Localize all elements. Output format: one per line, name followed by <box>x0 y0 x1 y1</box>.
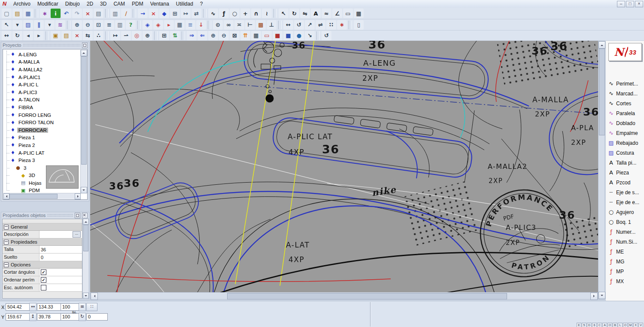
toolbar-button[interactable]: ■ <box>273 31 283 40</box>
toolbar-button[interactable]: i <box>51 9 61 18</box>
property-value-field[interactable]: 36 <box>39 246 82 253</box>
tool-item[interactable]: A Pzcod <box>606 177 644 187</box>
panel-grip[interactable] <box>23 43 80 47</box>
tree-vertical-scrollbar[interactable] <box>80 50 87 193</box>
toolbar-button[interactable]: ⇀ <box>121 31 131 40</box>
list-icon[interactable]: ≡ <box>79 303 86 311</box>
scroll-right-button[interactable] <box>590 293 598 300</box>
collapse-icon[interactable] <box>4 225 9 229</box>
tool-item[interactable]: A Talla pi... <box>606 158 644 168</box>
menu-item[interactable]: Modificar <box>34 0 62 7</box>
tool-item[interactable]: ƒ Numer... <box>606 227 644 237</box>
scale-y-field[interactable]: 100 <box>61 313 80 321</box>
tree-item[interactable]: ♦ A-TALON <box>3 96 81 104</box>
mini-flag[interactable]: C <box>597 323 602 327</box>
tool-item[interactable]: ∿ Marcad... <box>606 89 644 98</box>
toolbar-button[interactable]: ⇄ <box>191 9 201 18</box>
toolbar-button[interactable]: ⇆ <box>83 31 93 40</box>
toolbar-button[interactable]: ⊖ <box>219 31 229 40</box>
mini-flag[interactable]: O <box>623 323 628 327</box>
toolbar-button[interactable]: ● <box>294 31 304 40</box>
toolbar-button[interactable] <box>316 31 320 40</box>
menu-item[interactable]: PDM <box>128 0 147 7</box>
menu-item[interactable]: Ventana <box>147 0 173 7</box>
tree-item[interactable]: ♦ A-PLAIC1 <box>3 73 81 81</box>
scroll-down-button[interactable] <box>598 292 605 299</box>
toolbar-button[interactable]: ↗ <box>305 20 315 30</box>
toolbar-button[interactable]: ◈ <box>143 20 152 30</box>
scroll-up-button[interactable] <box>81 50 87 56</box>
toolbar-button[interactable]: ∗ <box>337 20 347 30</box>
toolbar-button[interactable]: ≍ <box>234 20 244 30</box>
toolbar-button[interactable]: ↶ <box>61 9 71 18</box>
toolbar-button[interactable]: + <box>240 9 250 18</box>
scroll-right-button[interactable] <box>75 193 81 199</box>
tree-item[interactable]: ♦ Pieza 1 <box>3 134 81 142</box>
menu-item[interactable]: 3D <box>97 0 110 7</box>
toolbar-button[interactable]: ▢ <box>2 9 12 18</box>
toolbar-button[interactable]: ↷ <box>72 9 82 18</box>
tool-item[interactable]: ƒ Num.Si... <box>606 237 644 247</box>
collapse-icon[interactable] <box>4 240 9 244</box>
properties-vertical-scrollbar[interactable] <box>82 219 88 299</box>
scroll-thumb[interactable] <box>227 293 507 299</box>
canvas-vertical-scrollbar[interactable] <box>598 41 605 299</box>
toolbar-button[interactable]: ↘ <box>305 31 315 40</box>
toolbar-button[interactable]: ▯ <box>354 20 364 30</box>
toolbar-button[interactable]: ▣ <box>51 31 61 40</box>
toolbar-button[interactable]: ↺ <box>294 20 304 30</box>
tree-item[interactable]: ♦ A-PLIC LAT <box>3 149 81 157</box>
toolbar-button[interactable]: ⊙ <box>213 20 223 30</box>
menu-item[interactable]: 2D <box>83 0 97 7</box>
toolbar-button[interactable]: ⇋ <box>300 9 310 18</box>
menu-item[interactable]: Archivo <box>10 0 34 7</box>
checkbox[interactable] <box>41 285 46 290</box>
toolbar-button[interactable]: ⊡ <box>94 20 103 30</box>
tree-item[interactable]: ♦ FORROCAR <box>3 126 81 134</box>
toolbar-button[interactable] <box>154 31 158 40</box>
toolbar-button[interactable]: ∩ <box>251 9 261 18</box>
scroll-thumb[interactable] <box>9 194 58 199</box>
toolbar-button[interactable]: ↓ <box>196 20 206 30</box>
toolbar-button[interactable]: ⊞ <box>159 31 169 40</box>
section-header-opciones[interactable]: Opciones <box>3 261 82 269</box>
minimize-button[interactable]: – <box>617 1 625 7</box>
mini-flag[interactable]: M <box>628 323 633 327</box>
tool-item[interactable]: ∿ Doblado <box>606 118 644 128</box>
toolbar-button[interactable]: ∠ <box>332 9 342 18</box>
tool-item[interactable]: A Pieza <box>606 168 644 177</box>
toolbar-button[interactable]: ƒ <box>219 9 229 18</box>
panel-close-button[interactable] <box>82 213 88 218</box>
tool-item[interactable]: ∿ Cortes <box>606 98 644 108</box>
mini-flag[interactable]: B <box>613 323 617 327</box>
toolbar-button[interactable] <box>273 9 277 18</box>
toolbar-button[interactable]: × <box>83 9 93 18</box>
toolbar-button[interactable]: ≡ <box>185 20 195 30</box>
toolbar-button[interactable]: ⊠ <box>230 31 240 40</box>
toolbar-button[interactable]: ↔ <box>283 20 293 30</box>
toolbar-button[interactable]: ∷ <box>326 20 336 30</box>
toolbar-button[interactable] <box>46 31 49 40</box>
mini-flag[interactable]: V <box>638 323 643 327</box>
toolbar-button[interactable]: ↖ <box>2 20 12 30</box>
scroll-down-button[interactable] <box>81 187 87 193</box>
tool-item[interactable]: ╌ Eje de s... <box>606 187 644 197</box>
panel-grip[interactable] <box>47 214 73 217</box>
toolbar-button[interactable] <box>105 9 109 18</box>
tool-item[interactable]: ▨ Costura <box>606 148 644 158</box>
toolbar-button[interactable]: × <box>149 9 158 18</box>
toolbar-button[interactable]: ▾ <box>12 20 22 30</box>
toolbar-button[interactable]: ⊖ <box>83 20 93 30</box>
menu-item[interactable]: CAM <box>110 0 128 7</box>
tree-item[interactable]: ♦ FIBRA <box>3 104 81 111</box>
tool-item[interactable]: ∿ Perimet... <box>606 79 644 89</box>
checkbox[interactable]: ✓ <box>41 277 46 283</box>
toolbar-button[interactable]: ▸ <box>164 20 174 30</box>
tool-item[interactable]: ▨ Rebajado <box>606 138 644 148</box>
toolbar-button[interactable]: ▩ <box>256 20 266 30</box>
mini-flag[interactable]: X <box>633 323 638 327</box>
scroll-down-button[interactable] <box>83 293 89 299</box>
section-header-propiedades[interactable]: Propiedades <box>3 238 82 246</box>
tool-item[interactable]: ƒ MG <box>606 257 644 266</box>
menu-item[interactable]: Dibujo <box>62 0 83 7</box>
